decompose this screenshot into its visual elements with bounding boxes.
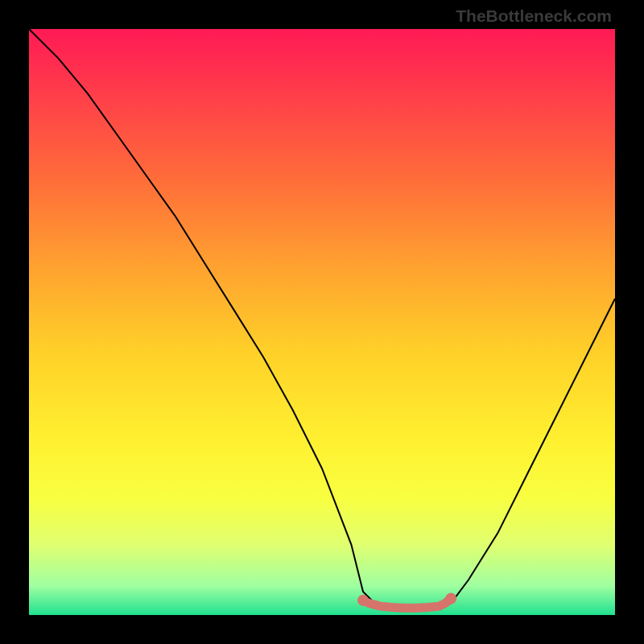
chart-svg xyxy=(0,0,644,644)
attribution-label: TheBottleneck.com xyxy=(456,6,612,26)
marker-dot xyxy=(445,593,456,605)
bottleneck-curve xyxy=(29,29,615,609)
marker-dot xyxy=(357,595,369,606)
optimal-marker xyxy=(363,599,451,609)
